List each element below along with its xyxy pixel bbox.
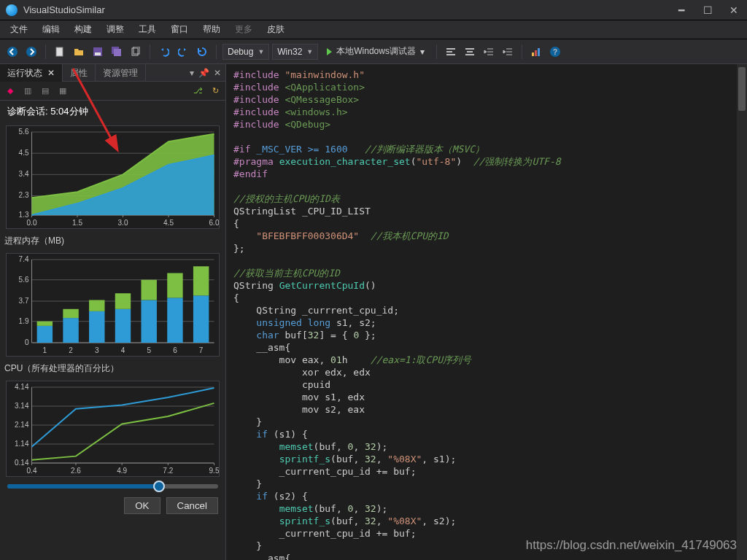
editor-scrollbar[interactable] <box>737 64 747 560</box>
indent-icon[interactable] <box>500 44 516 60</box>
svg-text:4.14: 4.14 <box>15 383 29 391</box>
tab-resource-mgmt[interactable]: 资源管理 <box>96 64 146 82</box>
tool-a-icon[interactable]: ▥ <box>22 85 34 97</box>
title-bar: VisualStudioSimilar ━ ☐ ✕ <box>0 0 747 20</box>
tool-b-icon[interactable]: ▤ <box>39 85 51 97</box>
menu-help[interactable]: 帮助 <box>196 20 228 39</box>
bar-chart-svg: 01.93.75.67.41234567 <box>7 254 219 356</box>
align-left-icon[interactable] <box>443 44 459 60</box>
minimize-button[interactable]: ━ <box>674 4 689 16</box>
memory-bar-chart: 01.93.75.67.41234567 <box>6 253 220 357</box>
cancel-button[interactable]: Cancel <box>166 497 219 514</box>
branch-icon[interactable]: ⎇ <box>192 85 204 97</box>
panel-toolbar: ◆ ▥ ▤ ▦ ⎇ ↻ <box>0 82 225 101</box>
svg-text:5.6: 5.6 <box>19 128 29 136</box>
svg-rect-51 <box>63 318 78 343</box>
align-center-icon[interactable] <box>462 44 478 60</box>
diagnostics-panel: 运行状态 ✕ 属性 资源管理 ▾📌✕ ◆ ▥ ▤ ▦ ⎇ ↻ 诊断会话: 5:0… <box>0 64 226 560</box>
diagnostic-session-label: 诊断会话: 5:04分钟 <box>0 101 225 122</box>
chart-icon[interactable] <box>528 44 544 60</box>
svg-point-0 <box>7 47 18 57</box>
svg-text:?: ? <box>553 48 557 56</box>
menu-tools[interactable]: 工具 <box>131 20 163 39</box>
menu-file[interactable]: 文件 <box>3 20 35 39</box>
menu-adjust[interactable]: 调整 <box>99 20 131 39</box>
progress-icon[interactable]: ↻ <box>209 85 221 97</box>
undo-icon[interactable] <box>156 44 172 60</box>
config-dropdown[interactable]: Debug▼ <box>222 44 269 60</box>
svg-text:4.5: 4.5 <box>163 219 174 227</box>
tool-c-icon[interactable]: ▦ <box>57 85 69 97</box>
svg-rect-10 <box>535 50 537 56</box>
copy-icon[interactable] <box>128 44 144 60</box>
tab-run-status[interactable]: 运行状态 ✕ <box>0 64 63 82</box>
menu-more[interactable]: 更多 <box>228 20 260 39</box>
line-chart-svg: 0.141.142.143.144.140.42.64.97.29.5 <box>7 381 219 476</box>
svg-rect-58 <box>115 293 131 309</box>
run-debugger-button[interactable]: 本地Windows调试器▾ <box>321 44 430 60</box>
close-icon[interactable]: ✕ <box>47 68 55 78</box>
panel-close-icon[interactable]: ✕ <box>214 68 221 78</box>
svg-text:0: 0 <box>25 338 29 346</box>
svg-rect-60 <box>142 300 157 343</box>
nav-fwd-button[interactable] <box>23 44 39 60</box>
slider-thumb[interactable] <box>153 481 165 492</box>
menu-edit[interactable]: 编辑 <box>35 20 67 39</box>
svg-rect-48 <box>37 326 53 343</box>
code-content[interactable]: #include "mainwindow.h" #include <QAppli… <box>226 64 747 560</box>
redo-icon[interactable] <box>175 44 191 60</box>
refresh-icon[interactable] <box>194 44 210 60</box>
svg-rect-49 <box>37 322 53 326</box>
svg-rect-64 <box>167 273 182 298</box>
svg-text:2.3: 2.3 <box>19 191 29 199</box>
platform-dropdown[interactable]: Win32▼ <box>272 44 318 60</box>
chevron-down-icon: ▼ <box>306 48 313 55</box>
svg-point-1 <box>26 47 36 57</box>
record-icon[interactable]: ◆ <box>4 85 16 97</box>
menu-bar: 文件 编辑 构建 调整 工具 窗口 帮助 更多 皮肤 <box>0 20 747 39</box>
outdent-icon[interactable] <box>481 44 497 60</box>
save-all-icon[interactable] <box>109 44 125 60</box>
svg-text:6.0: 6.0 <box>209 219 219 227</box>
tab-properties[interactable]: 属性 <box>63 64 96 82</box>
close-button[interactable]: ✕ <box>727 4 741 16</box>
nav-back-button[interactable] <box>4 44 20 60</box>
chevron-down-icon: ▾ <box>420 47 425 57</box>
svg-text:0.4: 0.4 <box>27 467 37 475</box>
memory-chart-title: 进程内存（MB) <box>0 232 225 250</box>
menu-build[interactable]: 构建 <box>67 20 99 39</box>
maximize-button[interactable]: ☐ <box>700 4 715 16</box>
session-area-chart: 1.32.33.44.55.60.01.53.04.56.0 <box>6 125 220 229</box>
svg-text:3.0: 3.0 <box>118 219 128 227</box>
svg-text:3.4: 3.4 <box>19 170 29 178</box>
svg-text:3.7: 3.7 <box>19 297 29 305</box>
help-icon[interactable]: ? <box>547 44 563 60</box>
ok-button[interactable]: OK <box>124 497 160 514</box>
cpu-chart-title: CPU（所有处理器的百分比） <box>0 359 225 378</box>
open-folder-icon[interactable] <box>71 44 87 60</box>
code-editor[interactable]: #include "mainwindow.h" #include <QAppli… <box>226 64 747 560</box>
panel-menu-icon[interactable]: ▾ <box>190 68 194 78</box>
window-title: VisualStudioSimilar <box>23 4 674 15</box>
menu-skin[interactable]: 皮肤 <box>260 20 292 39</box>
scroll-thumb[interactable] <box>738 67 746 111</box>
svg-text:4.9: 4.9 <box>117 467 127 475</box>
svg-rect-52 <box>63 309 78 318</box>
svg-rect-9 <box>532 52 534 56</box>
svg-rect-2 <box>56 47 63 56</box>
save-icon[interactable] <box>90 44 106 60</box>
svg-text:4: 4 <box>121 346 125 354</box>
svg-rect-61 <box>142 280 157 300</box>
svg-text:3.14: 3.14 <box>15 402 29 410</box>
menu-window[interactable]: 窗口 <box>163 20 196 39</box>
svg-text:3: 3 <box>95 346 99 354</box>
svg-text:1: 1 <box>43 346 47 354</box>
pin-icon[interactable]: 📌 <box>198 68 209 78</box>
svg-text:0.0: 0.0 <box>27 219 37 227</box>
zoom-slider[interactable] <box>0 480 225 493</box>
svg-text:7.2: 7.2 <box>163 467 173 475</box>
svg-text:2.14: 2.14 <box>15 421 29 429</box>
new-file-icon[interactable] <box>52 44 68 60</box>
svg-rect-6 <box>114 49 121 56</box>
svg-text:2.6: 2.6 <box>71 467 81 475</box>
